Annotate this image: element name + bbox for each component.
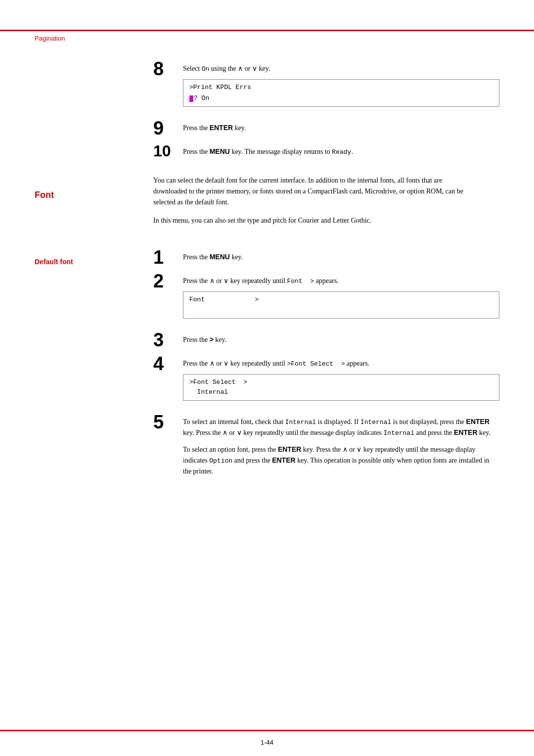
section-label: Pagination xyxy=(35,35,65,42)
default-step-1: 1 Press the MENU key. xyxy=(153,248,499,267)
step-8-content: Select On using the ∧ or ∨ key. >Print K… xyxy=(183,59,499,114)
step-9-number: 9 xyxy=(153,119,183,138)
page-number: 1-44 xyxy=(261,739,273,746)
step-10-content: Press the MENU key. The message display … xyxy=(183,142,499,157)
default-step-2-number: 2 xyxy=(153,271,164,291)
default-step-4: 4 Press the ∧ or ∨ key repeatedly until … xyxy=(153,354,499,408)
main-content: 8 Select On using the ∧ or ∨ key. >Print… xyxy=(35,49,499,497)
default-step-1-content: Press the MENU key. xyxy=(183,248,499,263)
cursor-indicator xyxy=(189,95,193,102)
default-step-5-number: 5 xyxy=(153,412,164,432)
step-9-content: Press the ENTER key. xyxy=(183,119,499,134)
step-9: 9 Press the ENTER key. xyxy=(153,119,499,138)
default-step-5: 5 To select an internal font, check that… xyxy=(153,413,499,477)
step-10-number: 10 xyxy=(153,142,183,160)
default-step-3-content: Press the > key. xyxy=(183,331,499,345)
default-font-steps: 1 Press the MENU key. 2 Press the ∧ or ∨… xyxy=(153,248,499,482)
default-step-3-number: 3 xyxy=(153,330,164,350)
step-10: 10 Press the MENU key. The message displ… xyxy=(153,142,499,160)
font-section-heading: Font xyxy=(35,190,153,200)
header: Pagination xyxy=(35,35,65,43)
step-5-para-1: To select an internal font, check that I… xyxy=(183,417,499,438)
default-step-4-number: 4 xyxy=(153,353,164,374)
page-container: Pagination 8 Select On using the ∧ or ∨ … xyxy=(0,0,534,756)
default-font-heading: Default font xyxy=(35,258,153,266)
font-section: Font You can select the default font for… xyxy=(35,175,499,234)
bottom-rule xyxy=(0,730,534,731)
default-step-5-content: To select an internal font, check that I… xyxy=(183,413,499,477)
font-para-2: In this menu, you can also set the type … xyxy=(153,215,475,226)
default-step-3: 3 Press the > key. xyxy=(153,331,499,349)
font-section-body: You can select the default font for the … xyxy=(153,175,499,234)
default-font-section: Default font 1 Press the MENU key. xyxy=(35,248,499,482)
default-step-2-content: Press the ∧ or ∨ key repeatedly until Fo… xyxy=(183,272,499,325)
top-rule xyxy=(0,30,534,31)
default-step-1-number: 1 xyxy=(153,247,164,268)
step-2-code-box: Font > xyxy=(183,291,499,318)
step-8-code-box: >Print KPDL Errs ? On xyxy=(183,79,499,107)
font-para-1: You can select the default font for the … xyxy=(153,175,475,208)
step-4-code-box: >Font Select > Internal xyxy=(183,374,499,401)
steps-top-section: 8 Select On using the ∧ or ∨ key. >Print… xyxy=(153,59,499,160)
step-5-para-2: To select an option font, press the ENTE… xyxy=(183,444,499,477)
default-step-4-content: Press the ∧ or ∨ key repeatedly until >F… xyxy=(183,354,499,408)
step-8-number: 8 xyxy=(153,59,183,78)
default-step-2: 2 Press the ∧ or ∨ key repeatedly until … xyxy=(153,272,499,325)
step-8: 8 Select On using the ∧ or ∨ key. >Print… xyxy=(153,59,499,114)
